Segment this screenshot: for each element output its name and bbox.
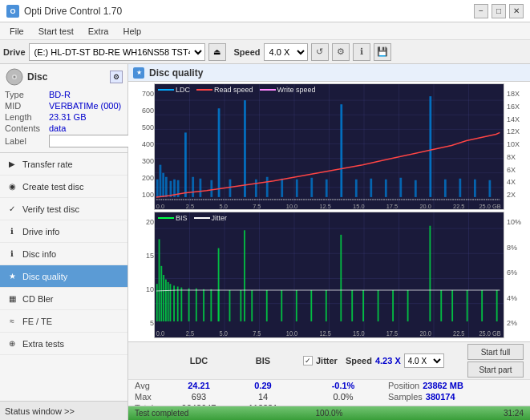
chart2-y-axis-left: 20 15 10 5	[130, 212, 154, 338]
svg-rect-99	[340, 235, 342, 321]
disc-length-value: 23.31 GB	[49, 112, 123, 122]
svg-rect-39	[340, 104, 342, 197]
legend-read-speed: Read speed	[196, 86, 253, 94]
chart1-y400: 400	[142, 140, 154, 148]
disc-mid-key: MID	[5, 101, 49, 111]
svg-rect-49	[488, 180, 491, 197]
menubar: File Start test Extra Help	[0, 22, 530, 40]
svg-text:25.0 GB: 25.0 GB	[479, 203, 500, 209]
svg-text:17.5: 17.5	[386, 203, 398, 209]
svg-rect-108	[467, 290, 468, 321]
sidebar-item-extra-tests[interactable]: ⊕ Extra tests	[0, 333, 127, 355]
ldc-legend-text: LDC	[176, 86, 190, 94]
jitter-checkbox[interactable]: ✓	[303, 356, 313, 365]
sidebar-item-transfer-rate[interactable]: ▶ Transfer rate	[0, 153, 127, 176]
chart1-r18x: 18X	[507, 90, 520, 98]
create-test-disc-icon: ◉	[6, 181, 18, 192]
chart1-r16x: 16X	[507, 103, 520, 111]
menu-file[interactable]: File	[3, 25, 30, 38]
nav-items: ▶ Transfer rate ◉ Create test disc ✓ Ver…	[0, 153, 127, 401]
svg-text:7.5: 7.5	[253, 203, 261, 209]
cd-bler-icon: ▦	[6, 293, 18, 305]
chart2-r4pct: 4%	[507, 294, 517, 302]
chart2-r10pct: 10%	[507, 218, 521, 226]
svg-rect-47	[459, 179, 461, 197]
close-button[interactable]: ✕	[509, 4, 524, 18]
svg-rect-20	[160, 165, 162, 197]
sidebar-item-disc-quality[interactable]: ★ Disc quality	[0, 265, 127, 288]
jitter-legend-text: Jitter	[212, 214, 228, 222]
samples-label: Samples	[388, 392, 423, 402]
toolbar: Drive (E:) HL-DT-ST BD-RE WH16NS58 TST4 …	[0, 40, 530, 64]
sidebar-item-fe-te[interactable]: ≈ FE / TE	[0, 310, 127, 333]
disc-quality-header: ★ Disc quality	[128, 64, 530, 82]
chart1-r14x: 14X	[507, 115, 520, 123]
chart2-r6pct: 6%	[507, 269, 517, 277]
svg-rect-19	[156, 180, 159, 197]
svg-rect-34	[266, 177, 269, 197]
ldc-avg: 24.21	[167, 381, 231, 390]
svg-rect-90	[229, 290, 231, 321]
drive-label: Drive	[3, 47, 26, 57]
start-part-button[interactable]: Start part	[467, 361, 524, 378]
sidebar-item-verify-test-disc[interactable]: ✓ Verify test disc	[0, 198, 127, 220]
stats-ldc-header: LDC	[167, 356, 231, 365]
speed-value: 4.23 X	[375, 356, 401, 365]
stats-area: LDC BIS ✓ Jitter Speed 4.23 X 4.0 X Star…	[128, 341, 530, 406]
svg-rect-22	[165, 177, 168, 197]
disc-panel: Disc ⚙ Type BD-R MID VERBATIMe (000) Len…	[0, 64, 127, 153]
svg-rect-106	[440, 290, 442, 321]
svg-rect-80	[170, 284, 172, 321]
svg-rect-86	[203, 289, 204, 321]
charts-area: 700 600 500 400 300 200 100 LDC	[128, 82, 530, 341]
sidebar-item-disc-info[interactable]: ℹ Disc info	[0, 243, 127, 265]
svg-rect-102	[378, 290, 379, 321]
speed-section: Speed 4.23 X 4.0 X	[346, 353, 444, 368]
menu-start-test[interactable]: Start test	[32, 25, 80, 38]
svg-rect-36	[296, 180, 298, 197]
svg-rect-38	[326, 180, 328, 197]
svg-rect-48	[474, 180, 476, 197]
menu-extra[interactable]: Extra	[82, 25, 115, 38]
chart1-y600: 600	[142, 107, 154, 115]
start-full-button[interactable]: Start full	[467, 344, 524, 360]
settings-button[interactable]: ⚙	[332, 43, 350, 61]
speed-select[interactable]: 4.0 X	[264, 43, 308, 61]
maximize-button[interactable]: □	[492, 4, 506, 18]
chart2-y-axis-right: 10% 8% 6% 4% 2%	[504, 212, 528, 338]
disc-quality-header-icon: ★	[133, 67, 144, 79]
main: Disc ⚙ Type BD-R MID VERBATIMe (000) Len…	[0, 64, 530, 420]
titlebar: O Opti Drive Control 1.70 − □ ✕	[0, 0, 530, 22]
svg-rect-107	[451, 290, 453, 321]
sidebar-item-create-test-disc[interactable]: ◉ Create test disc	[0, 176, 127, 198]
menu-help[interactable]: Help	[116, 25, 148, 38]
progress-text: 100.0%	[316, 409, 343, 418]
max-label: Max	[135, 392, 167, 402]
info-button[interactable]: ℹ	[353, 43, 370, 61]
sidebar-item-drive-info[interactable]: ℹ Drive info	[0, 220, 127, 243]
status-window-button[interactable]: Status window >>	[0, 401, 127, 420]
refresh-button[interactable]: ↺	[311, 43, 329, 61]
save-button[interactable]: 💾	[374, 43, 391, 61]
fe-te-icon: ≈	[6, 316, 18, 327]
read-speed-legend-dot	[196, 89, 212, 91]
position-label: Position	[388, 381, 419, 390]
disc-type-key: Type	[5, 90, 49, 99]
minimize-button[interactable]: −	[474, 4, 488, 18]
svg-text:0.0: 0.0	[156, 329, 165, 337]
bis-avg: 0.29	[231, 381, 295, 390]
chart2-y10: 10	[146, 285, 154, 293]
svg-rect-43	[399, 178, 402, 197]
legend-jitter: Jitter	[194, 214, 228, 222]
svg-rect-91	[240, 290, 241, 321]
drive-select[interactable]: (E:) HL-DT-ST BD-RE WH16NS58 TST4	[29, 43, 205, 61]
sidebar-item-cd-bler[interactable]: ▦ CD Bler	[0, 288, 127, 310]
eject-button[interactable]: ⏏	[208, 43, 226, 61]
speed-select-stats[interactable]: 4.0 X	[404, 353, 444, 368]
chart1-r6x: 6X	[507, 166, 516, 174]
svg-rect-100	[351, 290, 353, 321]
svg-rect-41	[370, 179, 372, 197]
chart1-r8x: 8X	[507, 153, 516, 161]
svg-rect-75	[159, 239, 160, 321]
disc-settings-button[interactable]: ⚙	[110, 71, 123, 83]
